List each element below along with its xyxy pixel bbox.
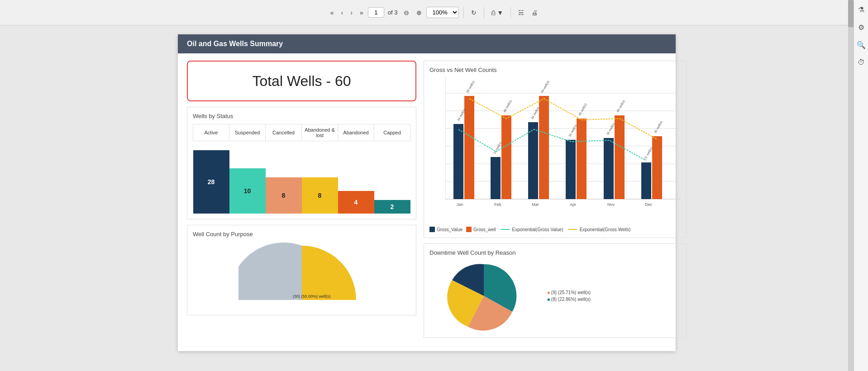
report-body: Total Wells - 60 Wells by Status Active … [178, 53, 676, 345]
wells-status-table: Active Suspended Cancelled Abandoned &lo… [193, 124, 410, 214]
zoom-select[interactable]: 100% 50% 75% 125% 150% 200% [426, 7, 459, 18]
svg-rect-28 [539, 96, 549, 199]
svg-text:48 well(s): 48 well(s) [616, 100, 626, 113]
col-abandoned-lost: Abandoned &lost [302, 124, 338, 141]
bar-abandoned: 4 [338, 141, 374, 214]
refresh-button[interactable]: ↻ [468, 7, 479, 18]
svg-rect-27 [528, 122, 538, 199]
toolbar: « ‹ › » of 3 ⊖ ⊕ 100% 50% 75% 125% 150% … [0, 0, 868, 25]
bar-abandoned-lost: 8 [302, 141, 338, 214]
svg-rect-32 [566, 140, 576, 199]
svg-text:35 well(s): 35 well(s) [606, 122, 616, 136]
svg-text:Nov: Nov [607, 202, 615, 207]
bar-active: 28 [193, 141, 229, 214]
legend-exp-gross-wells: Exponential(Gross Wells) [567, 227, 631, 232]
status-header-row: Active Suspended Cancelled Abandoned &lo… [193, 124, 410, 141]
svg-text:Apr: Apr [570, 202, 576, 207]
svg-text:44 well(s): 44 well(s) [530, 106, 540, 120]
svg-text:Mar: Mar [532, 202, 539, 207]
svg-text:Dec: Dec [645, 202, 653, 207]
status-bar-row: 28 10 8 [193, 141, 410, 214]
svg-text:Jan: Jan [457, 202, 463, 207]
svg-text:36 well(s): 36 well(s) [653, 120, 663, 134]
well-count-purpose-chart: (30) (50.00%) well(s) [193, 241, 410, 304]
svg-rect-18 [464, 96, 474, 199]
clock-icon[interactable]: ⏱ [856, 57, 867, 68]
zoom-in-button[interactable]: ⊕ [414, 7, 424, 18]
chart-legend: Gross_Value Gross_well Exponential(Gross… [429, 227, 681, 232]
well-count-purpose-section: Well Count by Purpose (30) (50.00%) well… [187, 225, 416, 315]
search-icon[interactable]: 🔍 [855, 39, 868, 51]
svg-rect-38 [615, 115, 625, 199]
wells-by-status-title: Wells by Status [193, 113, 410, 119]
legend-swatch-orange [466, 227, 472, 232]
col-capped: Capped [374, 124, 410, 141]
svg-rect-17 [453, 124, 463, 199]
reader-button[interactable]: ☵ [515, 7, 527, 18]
downtime-label-8: ■ (8) (22.86%) well(s) [547, 297, 591, 302]
legend-label-gross-value: Gross_Value [437, 227, 463, 232]
col-suspended: Suspended [229, 124, 266, 141]
gross-vs-net-section: Gross vs Net Well Counts [424, 61, 687, 238]
legend-exp-gross-value: Exponential(Gross Value) [500, 227, 563, 232]
svg-text:46 well(s): 46 well(s) [578, 103, 588, 116]
svg-text:21 well(s): 21 well(s) [644, 147, 653, 160]
col-active: Active [193, 124, 229, 141]
svg-text:48 well(s): 48 well(s) [503, 100, 513, 113]
prev-page-button[interactable]: ‹ [339, 7, 346, 18]
scrollbar-thumb[interactable] [848, 0, 854, 27]
well-count-purpose-title: Well Count by Purpose [193, 231, 410, 238]
page-total: of 3 [388, 9, 398, 16]
pie-label-30: (30) (50.00%) well(s) [293, 294, 331, 299]
legend-gross-value: Gross_Value [429, 227, 463, 232]
last-page-button[interactable]: » [357, 7, 366, 18]
svg-rect-22 [491, 157, 501, 199]
first-page-button[interactable]: « [328, 7, 337, 18]
side-panel: ⚗ ⚙ 🔍 ⏱ [854, 0, 868, 371]
col-cancelled: Cancelled [266, 124, 302, 141]
downtime-title: Downtime Well Count by Reason [429, 249, 681, 256]
bar-capped: 2 [374, 141, 410, 214]
downtime-labels: ■ (9) (25.71%) well(s) ■ (8) (22.86%) we… [547, 290, 591, 302]
bar-cancelled: 8 [266, 141, 302, 214]
total-wells-label: Total Wells - 60 [252, 73, 351, 90]
downtime-pie-chart [429, 260, 538, 332]
downtime-label-9: ■ (9) (25.71%) well(s) [547, 290, 591, 295]
next-page-button[interactable]: › [348, 7, 355, 18]
legend-label-gross-well: Gross_well [473, 227, 496, 232]
svg-text:34 well(s): 34 well(s) [568, 124, 578, 138]
legend-swatch-navy [429, 227, 435, 232]
svg-rect-23 [501, 115, 511, 199]
page-number-input[interactable] [368, 7, 384, 18]
legend-gross-well: Gross_well [466, 227, 496, 232]
total-wells-box: Total Wells - 60 [187, 61, 416, 101]
wells-by-status-section: Wells by Status Active Suspended Cancell… [187, 107, 416, 219]
right-column: Gross vs Net Well Counts [424, 61, 687, 338]
zoom-out-button[interactable]: ⊖ [401, 7, 412, 18]
svg-rect-42 [641, 162, 651, 199]
legend-label-exp-gross-value: Exponential(Gross Value) [512, 227, 563, 232]
filter-icon[interactable]: ⚗ [856, 4, 866, 16]
legend-label-exp-gross-wells: Exponential(Gross Wells) [580, 227, 631, 232]
svg-rect-43 [652, 136, 662, 199]
legend-line-yellow [568, 229, 577, 230]
downtime-section: Downtime Well Count by Reason [424, 243, 687, 338]
gross-vs-net-title: Gross vs Net Well Counts [429, 67, 681, 73]
scrollbar[interactable] [848, 0, 854, 371]
svg-text:59 well(s): 59 well(s) [540, 80, 550, 94]
content-area: Oil and Gas Wells Summary Total Wells - … [0, 25, 854, 360]
report-header: Oil and Gas Wells Summary [178, 34, 676, 53]
print-button[interactable]: 🖨 [529, 7, 540, 18]
svg-rect-37 [604, 138, 614, 199]
svg-text:24 well(s): 24 well(s) [493, 141, 503, 155]
svg-text:59 well(s): 59 well(s) [466, 80, 476, 94]
export-button[interactable]: ⎙ ▼ [489, 7, 506, 18]
svg-rect-33 [577, 119, 587, 199]
gross-vs-net-chart: 0 10 20 30 40 50 60 70 44 w [445, 77, 681, 222]
left-column: Total Wells - 60 Wells by Status Active … [187, 61, 416, 338]
bar-suspended: 10 [229, 141, 266, 214]
settings-icon[interactable]: ⚙ [856, 21, 866, 33]
svg-text:Feb: Feb [494, 202, 501, 207]
legend-line-cyan [501, 229, 510, 230]
col-abandoned: Abandoned [338, 124, 374, 141]
